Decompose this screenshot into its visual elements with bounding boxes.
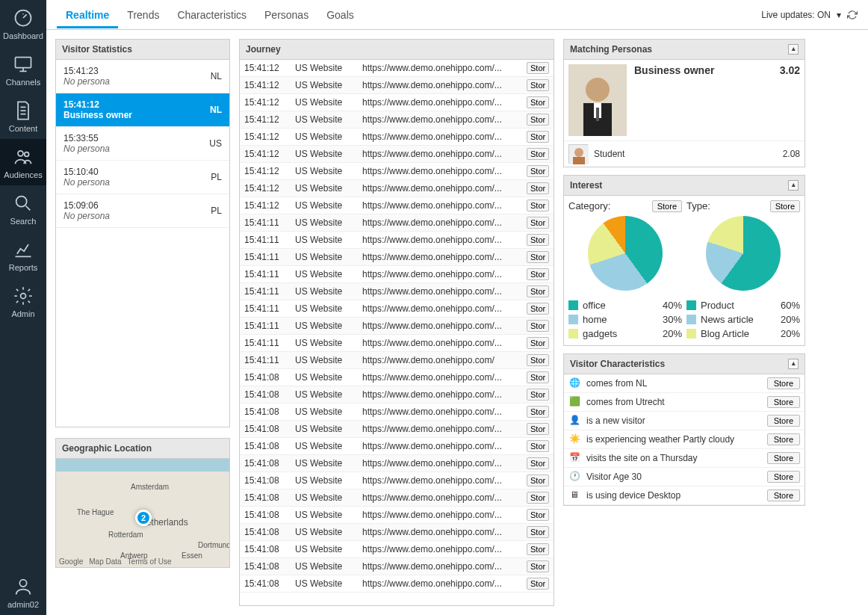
tab-characteristics[interactable]: Characteristics	[168, 1, 255, 28]
store-button[interactable]: Store	[767, 396, 800, 408]
store-button[interactable]: Stor	[527, 337, 549, 349]
sidebar-item-audiences[interactable]: Audiences	[0, 139, 46, 185]
store-button[interactable]: Stor	[527, 389, 549, 401]
journey-row[interactable]: 15:41:12US Websitehttps://www.demo.onehi…	[240, 77, 554, 94]
journey-row[interactable]: 15:41:12US Websitehttps://www.demo.onehi…	[240, 94, 554, 111]
tab-personas[interactable]: Personas	[255, 1, 317, 28]
live-updates-toggle[interactable]: Live updates: ON ▾	[761, 10, 858, 20]
sidebar-user[interactable]: admin02	[0, 569, 46, 615]
store-button[interactable]: Stor	[527, 320, 549, 332]
store-button[interactable]: Stor	[527, 114, 549, 126]
store-button[interactable]: Stor	[527, 543, 549, 555]
journey-row[interactable]: 15:41:08US Websitehttps://www.demo.onehi…	[240, 369, 554, 386]
map-cluster-marker[interactable]: 2	[135, 510, 152, 526]
store-button[interactable]: Stor	[527, 354, 549, 366]
store-button[interactable]: Stor	[527, 371, 549, 383]
store-button[interactable]: Stor	[527, 62, 549, 74]
store-button[interactable]: Stor	[527, 79, 549, 91]
store-button[interactable]: Stor	[527, 96, 549, 108]
journey-row[interactable]: 15:41:08US Websitehttps://www.demo.onehi…	[240, 489, 554, 507]
store-button[interactable]: Stor	[527, 475, 549, 486]
store-button[interactable]: Store	[767, 452, 800, 464]
store-button[interactable]: Stor	[527, 234, 549, 246]
store-button[interactable]: Stor	[527, 217, 549, 229]
store-button[interactable]: Stor	[527, 526, 549, 538]
sidebar-item-dashboard[interactable]: Dashboard	[0, 0, 46, 46]
sidebar-item-search[interactable]: Search	[0, 185, 46, 232]
store-button[interactable]: Stor	[527, 182, 549, 194]
map-view[interactable]: Amsterdam The Hague Netherlands Rotterda…	[56, 459, 229, 567]
store-button[interactable]: Stor	[527, 131, 549, 143]
refresh-icon[interactable]	[847, 10, 858, 20]
journey-row[interactable]: 15:41:08US Websitehttps://www.demo.onehi…	[240, 404, 554, 421]
journey-row[interactable]: 15:41:11US Websitehttps://www.demo.onehi…	[240, 266, 554, 283]
store-button[interactable]: Store	[652, 200, 682, 212]
sidebar-item-admin[interactable]: Admin	[0, 278, 46, 324]
sidebar-item-channels[interactable]: Channels	[0, 46, 46, 93]
store-button[interactable]: Store	[767, 415, 800, 427]
journey-row[interactable]: 15:41:12US Websitehttps://www.demo.onehi…	[240, 111, 554, 129]
sidebar-item-reports[interactable]: Reports	[0, 232, 46, 278]
map-attribution[interactable]: Terms of Use	[128, 557, 172, 566]
tab-trends[interactable]: Trends	[118, 1, 168, 28]
collapse-icon[interactable]: ▴	[788, 180, 799, 191]
journey-row[interactable]: 15:41:12US Websitehttps://www.demo.onehi…	[240, 60, 554, 77]
collapse-icon[interactable]: ▴	[788, 359, 799, 369]
store-button[interactable]: Stor	[527, 251, 549, 263]
store-button[interactable]: Stor	[527, 268, 549, 280]
tab-realtime[interactable]: Realtime	[57, 1, 118, 28]
journey-row[interactable]: 15:41:08US Websitehttps://www.demo.onehi…	[240, 421, 554, 438]
tab-goals[interactable]: Goals	[317, 1, 363, 28]
journey-row[interactable]: 15:41:12US Websitehttps://www.demo.onehi…	[240, 146, 554, 163]
store-button[interactable]: Store	[767, 489, 800, 501]
visitor-item[interactable]: 15:41:23No personaNL	[56, 60, 229, 93]
journey-row[interactable]: 15:41:11US Websitehttps://www.demo.onehi…	[240, 352, 554, 369]
journey-row[interactable]: 15:41:08US Websitehttps://www.demo.onehi…	[240, 575, 554, 593]
store-button[interactable]: Stor	[527, 509, 549, 521]
visitor-item[interactable]: 15:41:12Business ownerNL	[56, 93, 229, 127]
store-button[interactable]: Stor	[527, 578, 549, 590]
journey-row[interactable]: 15:41:12US Websitehttps://www.demo.onehi…	[240, 180, 554, 197]
journey-row[interactable]: 15:41:11US Websitehttps://www.demo.onehi…	[240, 283, 554, 300]
store-button[interactable]: Stor	[527, 200, 549, 211]
store-button[interactable]: Store	[767, 433, 800, 445]
journey-row[interactable]: 15:41:12US Websitehttps://www.demo.onehi…	[240, 129, 554, 146]
store-button[interactable]: Stor	[527, 492, 549, 504]
collapse-icon[interactable]: ▴	[788, 44, 799, 55]
visitor-item[interactable]: 15:33:55No personaUS	[56, 127, 229, 161]
journey-row[interactable]: 15:41:08US Websitehttps://www.demo.onehi…	[240, 524, 554, 541]
store-button[interactable]: Store	[767, 377, 800, 389]
store-button[interactable]: Stor	[527, 423, 549, 435]
visitor-item[interactable]: 15:10:40No personaPL	[56, 161, 229, 194]
persona-primary[interactable]: Business owner 3.02	[564, 60, 805, 141]
journey-row[interactable]: 15:41:11US Websitehttps://www.demo.onehi…	[240, 214, 554, 232]
persona-secondary[interactable]: Student 2.08	[564, 141, 805, 167]
journey-list[interactable]: 15:41:12US Websitehttps://www.demo.onehi…	[240, 60, 554, 605]
store-button[interactable]: Stor	[527, 303, 549, 315]
store-button[interactable]: Stor	[527, 165, 549, 177]
store-button[interactable]: Store	[770, 200, 800, 212]
journey-row[interactable]: 15:41:11US Websitehttps://www.demo.onehi…	[240, 232, 554, 249]
store-button[interactable]: Stor	[527, 406, 549, 418]
journey-row[interactable]: 15:41:08US Websitehttps://www.demo.onehi…	[240, 541, 554, 558]
store-button[interactable]: Stor	[527, 457, 549, 469]
journey-row[interactable]: 15:41:12US Websitehttps://www.demo.onehi…	[240, 197, 554, 214]
sidebar-item-content[interactable]: Content	[0, 93, 46, 139]
visitor-item[interactable]: 15:09:06No personaPL	[56, 194, 229, 228]
store-button[interactable]: Stor	[527, 440, 549, 452]
journey-row[interactable]: 15:41:08US Websitehttps://www.demo.onehi…	[240, 507, 554, 524]
store-button[interactable]: Stor	[527, 148, 549, 160]
journey-row[interactable]: 15:41:11US Websitehttps://www.demo.onehi…	[240, 335, 554, 352]
journey-row[interactable]: 15:41:08US Websitehttps://www.demo.onehi…	[240, 558, 554, 575]
journey-row[interactable]: 15:41:11US Websitehttps://www.demo.onehi…	[240, 249, 554, 266]
journey-row[interactable]: 15:41:08US Websitehttps://www.demo.onehi…	[240, 386, 554, 404]
journey-row[interactable]: 15:41:08US Websitehttps://www.demo.onehi…	[240, 472, 554, 489]
store-button[interactable]: Store	[767, 471, 800, 483]
journey-row[interactable]: 15:41:08US Websitehttps://www.demo.onehi…	[240, 438, 554, 455]
journey-row[interactable]: 15:41:11US Websitehttps://www.demo.onehi…	[240, 318, 554, 335]
store-button[interactable]: Stor	[527, 285, 549, 297]
store-button[interactable]: Stor	[527, 560, 549, 572]
journey-row[interactable]: 15:41:08US Websitehttps://www.demo.onehi…	[240, 455, 554, 472]
journey-row[interactable]: 15:41:12US Websitehttps://www.demo.onehi…	[240, 163, 554, 180]
journey-row[interactable]: 15:41:11US Websitehttps://www.demo.onehi…	[240, 300, 554, 318]
